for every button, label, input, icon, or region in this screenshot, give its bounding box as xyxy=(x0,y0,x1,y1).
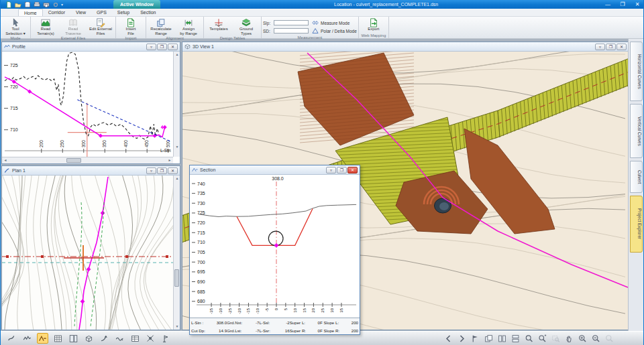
stakeout-tool-icon[interactable] xyxy=(160,333,172,344)
tile-horizontal-icon[interactable] xyxy=(510,333,521,344)
tool-selection-icon xyxy=(11,18,20,27)
insert-button[interactable]: InsertFile xyxy=(117,17,144,36)
minimize-icon[interactable]: ▿ xyxy=(146,44,156,50)
ground-button[interactable]: GroundTypes xyxy=(233,17,260,36)
curve-tool-icon[interactable] xyxy=(99,333,110,344)
plan-vscroll[interactable]: ▲▼ xyxy=(173,176,180,330)
close-icon[interactable]: ✕ xyxy=(616,44,627,50)
zoom-window-icon[interactable] xyxy=(550,333,561,344)
export-icon xyxy=(369,18,378,27)
zoom-out-icon[interactable] xyxy=(590,333,602,344)
quick-access-toolbar[interactable]: ▾ xyxy=(5,1,63,8)
ribbon-group-measurement: Slp:SD:Measure ModePolar / Delta Mode Me… xyxy=(262,17,359,38)
minimize-icon[interactable]: ▿ xyxy=(146,167,156,174)
section-panel[interactable]: Section ▿ ❐ ✕ 68068569069570070571071572… xyxy=(189,165,360,335)
profile-vscroll[interactable]: ▲▼ xyxy=(173,52,180,157)
cascade-windows-icon[interactable] xyxy=(483,333,494,344)
save-icon[interactable] xyxy=(23,1,31,8)
flag-icon[interactable] xyxy=(470,333,481,344)
svg-text:-10: -10 xyxy=(256,307,260,314)
profile-titlebar[interactable]: Profile ▿ ❐ ✕ xyxy=(2,42,180,52)
zoom-previous-icon[interactable] xyxy=(604,333,615,344)
view-3d-icon[interactable] xyxy=(83,333,95,344)
table-tool-icon[interactable] xyxy=(129,333,141,344)
zoom-in-icon[interactable] xyxy=(577,333,588,344)
tab-home[interactable]: Home xyxy=(18,9,43,16)
plan-map[interactable] xyxy=(2,176,173,330)
close-icon[interactable]: ✕ xyxy=(168,44,178,50)
profile-hscroll[interactable]: ◄► xyxy=(2,157,173,163)
minimize-icon[interactable]: ▿ xyxy=(326,167,336,174)
maximize-icon[interactable]: ❐ xyxy=(606,44,616,50)
active-window-tab[interactable]: Active Window xyxy=(113,0,160,9)
export-button[interactable]: Export xyxy=(360,17,387,31)
maximize-icon[interactable]: ❐ xyxy=(337,167,347,174)
open-file-icon[interactable] xyxy=(14,1,21,8)
ribbon: ToolSelection ▾ Mode ReadTerrain(s) Read… xyxy=(1,17,644,39)
plan-view-icon[interactable] xyxy=(6,333,17,344)
grid-view-icon[interactable] xyxy=(52,333,64,344)
ground-types-icon xyxy=(241,18,251,27)
zoom-extents-icon[interactable] xyxy=(537,333,548,344)
new-file-icon[interactable] xyxy=(5,1,12,8)
plan-panel: Plan 1 ▿ ❐ ✕ ▲▼ xyxy=(1,165,180,330)
section-titlebar[interactable]: Section ▿ ❐ ✕ xyxy=(190,165,360,175)
svg-text:705: 705 xyxy=(197,250,205,255)
close-icon[interactable]: ✕ xyxy=(633,0,642,9)
svg-text:715: 715 xyxy=(10,106,18,111)
tab-section[interactable]: Section xyxy=(135,9,161,16)
zoom-icon[interactable] xyxy=(523,333,535,344)
survey-tool-icon[interactable] xyxy=(145,333,156,344)
maximize-icon[interactable]: ❐ xyxy=(157,44,167,50)
plot-icon[interactable] xyxy=(42,1,50,8)
print-icon[interactable] xyxy=(33,1,40,8)
maximize-icon[interactable]: ❐ xyxy=(157,167,167,174)
forward-icon[interactable] xyxy=(456,333,468,344)
ribbon-group-web-mapping: Export Web Mapping xyxy=(359,17,389,38)
svg-text:710: 710 xyxy=(10,127,18,132)
ribbon-group-alignment: RecalculateRange Assignby Range Alignmen… xyxy=(146,17,204,38)
sd-input[interactable] xyxy=(274,28,309,33)
view3d-titlebar[interactable]: 3D View 1 ▿ ❐ ✕ xyxy=(182,42,629,52)
back-icon[interactable] xyxy=(443,333,454,344)
tab-view[interactable]: View xyxy=(70,9,91,16)
polar-delta-mode-toggle[interactable]: Polar / Delta Mode xyxy=(312,27,357,34)
edit-external-button[interactable]: Edit ExternalFiles xyxy=(87,17,114,36)
maximize-icon[interactable]: ❐ xyxy=(618,0,627,9)
profile-chart[interactable]: 710715720725200250300350400450500L-Stn xyxy=(2,52,173,157)
svg-text:685: 685 xyxy=(197,289,205,294)
section-view-icon[interactable] xyxy=(37,333,48,344)
dock-tab-horizontal-curves[interactable]: Horizontal Curves xyxy=(630,42,643,101)
tab-corridor[interactable]: Corridor xyxy=(43,9,70,16)
templates-button[interactable]: Templates xyxy=(205,17,232,31)
tile-windows-icon[interactable] xyxy=(68,333,79,344)
ribbon-group-external-files: ReadTerrain(s) ReadTraverse Edit Externa… xyxy=(31,17,116,38)
minimize-icon[interactable]: — xyxy=(603,0,612,9)
profile-view-icon[interactable] xyxy=(21,333,33,344)
recalculate-button[interactable]: RecalculateRange xyxy=(148,17,174,36)
tool-button[interactable]: ToolSelection ▾ xyxy=(2,17,29,36)
slp-input[interactable] xyxy=(274,20,309,25)
minimize-icon[interactable]: ▿ xyxy=(595,44,605,50)
svg-text:308.0: 308.0 xyxy=(272,176,284,181)
pan-icon[interactable] xyxy=(564,333,575,344)
tile-vertical-icon[interactable] xyxy=(496,333,508,344)
dock-tab-project-explorer[interactable]: Project Explorer xyxy=(630,196,643,253)
cube-3d-icon xyxy=(184,44,191,50)
profile-icon xyxy=(4,44,10,50)
polyline-tool-icon[interactable] xyxy=(114,333,125,344)
close-icon[interactable]: ✕ xyxy=(168,167,178,174)
dock-tab-culvert[interactable]: Culvert xyxy=(630,161,643,192)
tab-setup[interactable]: Setup xyxy=(112,9,135,16)
settings-icon[interactable] xyxy=(52,1,59,8)
read-button[interactable]: ReadTerrain(s) xyxy=(32,17,59,36)
measure-mode-toggle[interactable]: Measure Mode xyxy=(312,19,357,26)
section-chart[interactable]: 680685690695700705710715720725730735740-… xyxy=(190,175,360,317)
plan-titlebar[interactable]: Plan 1 ▿ ❐ ✕ xyxy=(2,166,180,176)
qat-dropdown-icon[interactable]: ▾ xyxy=(61,2,63,7)
assign-button[interactable]: Assignby Range xyxy=(175,17,202,36)
ribbon-group-import: InsertFile Import xyxy=(116,17,146,38)
dock-tab-vertical-curves[interactable]: Vertical Curves xyxy=(630,104,643,158)
tab-gps[interactable]: GPS xyxy=(91,9,112,16)
close-icon[interactable]: ✕ xyxy=(347,167,358,174)
